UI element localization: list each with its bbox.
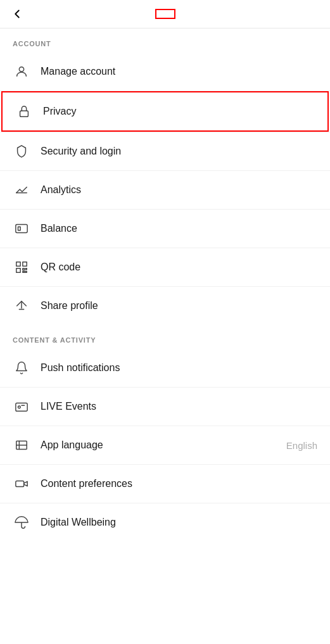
- back-button[interactable]: [10, 7, 24, 21]
- live-events-label: LIVE Events: [41, 401, 317, 412]
- menu-item-analytics[interactable]: Analytics: [0, 171, 330, 209]
- share-profile-label: Share profile: [41, 300, 317, 312]
- live-icon: [13, 398, 30, 415]
- balance-icon: [13, 220, 30, 237]
- qr-code-label: QR code: [41, 262, 317, 273]
- svg-rect-11: [16, 403, 27, 412]
- section-0: ACCOUNTManage accountPrivacySecurity and…: [0, 28, 330, 325]
- svg-rect-1: [20, 111, 29, 117]
- menu-item-app-language[interactable]: App languageEnglish: [0, 426, 330, 464]
- svg-rect-5: [16, 262, 20, 266]
- menu-item-privacy[interactable]: Privacy: [1, 91, 329, 132]
- menu-item-live-events[interactable]: LIVE Events: [0, 388, 330, 426]
- umbrella-icon: [13, 514, 30, 531]
- qr-icon: [13, 258, 30, 276]
- digital-wellbeing-label: Digital Wellbeing: [41, 517, 317, 528]
- analytics-label: Analytics: [41, 184, 317, 196]
- section-1: CONTENT & ACTIVITYPush notificationsLIVE…: [0, 325, 330, 541]
- content-preferences-label: Content preferences: [41, 478, 317, 489]
- svg-point-12: [18, 406, 21, 408]
- menu-container: ACCOUNTManage accountPrivacySecurity and…: [0, 28, 330, 541]
- menu-item-digital-wellbeing[interactable]: Digital Wellbeing: [0, 503, 330, 541]
- svg-rect-9: [25, 268, 27, 270]
- share-icon: [13, 297, 30, 315]
- svg-point-0: [19, 67, 23, 72]
- balance-label: Balance: [41, 223, 317, 234]
- svg-rect-7: [16, 268, 20, 272]
- app-language-label: App language: [41, 439, 286, 451]
- menu-item-security-login[interactable]: Security and login: [0, 132, 330, 170]
- menu-item-qr-code[interactable]: QR code: [0, 248, 330, 286]
- shield-icon: [13, 142, 30, 160]
- push-notifications-label: Push notifications: [41, 362, 317, 374]
- svg-rect-10: [23, 271, 27, 272]
- section-label-0: ACCOUNT: [0, 28, 330, 53]
- menu-item-balance[interactable]: Balance: [0, 210, 330, 248]
- menu-item-push-notifications[interactable]: Push notifications: [0, 349, 330, 387]
- language-icon: [13, 436, 30, 454]
- menu-item-content-preferences[interactable]: Content preferences: [0, 465, 330, 503]
- svg-marker-17: [24, 481, 27, 486]
- video-icon: [13, 475, 30, 493]
- bell-icon: [13, 359, 30, 377]
- header: [0, 0, 330, 28]
- lock-icon: [15, 103, 33, 120]
- manage-account-label: Manage account: [41, 66, 317, 77]
- chart-icon: [13, 181, 30, 199]
- svg-rect-4: [18, 227, 21, 230]
- menu-item-share-profile[interactable]: Share profile: [0, 287, 330, 325]
- svg-rect-3: [16, 225, 27, 233]
- privacy-label: Privacy: [43, 106, 315, 117]
- menu-item-manage-account[interactable]: Manage account: [0, 53, 330, 91]
- page-title: [155, 9, 175, 19]
- svg-rect-6: [23, 262, 27, 266]
- svg-rect-8: [23, 268, 25, 270]
- app-language-value: English: [286, 440, 317, 451]
- person-icon: [13, 63, 30, 80]
- svg-rect-16: [16, 481, 24, 486]
- section-label-1: CONTENT & ACTIVITY: [0, 325, 330, 349]
- security-login-label: Security and login: [41, 146, 317, 157]
